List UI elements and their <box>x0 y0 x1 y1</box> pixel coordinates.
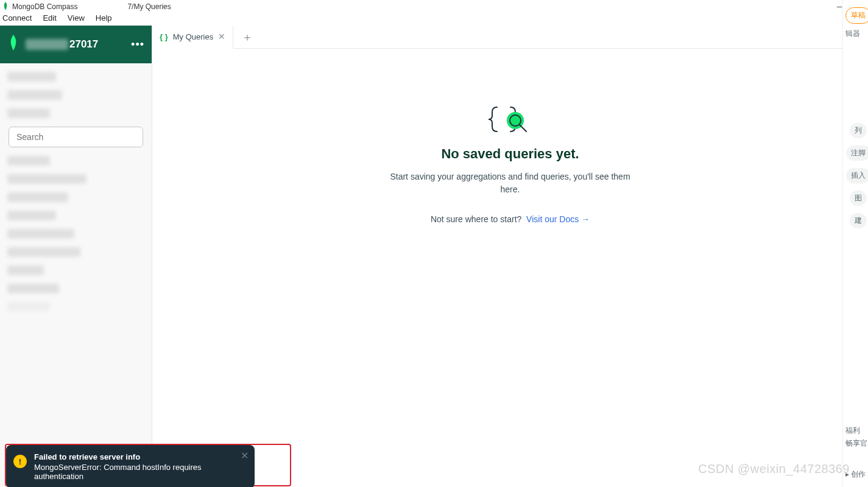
toast-title: Failed to retrieve server info <box>34 452 236 461</box>
main-area: { } My Queries ✕ ＋ No saved queries yet.… <box>152 26 868 487</box>
empty-hint: Not sure where to start? Visit our Docs … <box>431 214 590 224</box>
rs-pill[interactable]: 图 <box>850 191 867 206</box>
sidebar-item-blur <box>7 174 86 184</box>
sidebar-item-blur <box>7 192 68 202</box>
sidebar-item-blur <box>7 247 80 257</box>
connection-port: 27017 <box>69 38 98 51</box>
add-tab-button[interactable]: ＋ <box>233 30 261 44</box>
external-right-panel: 草稿 辑器 列 注脚 插入 图 建 福利 畅享官 ▸ 创作 <box>842 0 868 487</box>
sidebar-item-blur <box>7 229 74 239</box>
sidebar-item-blur <box>7 108 50 118</box>
menu-edit[interactable]: Edit <box>43 13 56 23</box>
sidebar-item-blur <box>7 72 56 82</box>
svg-line-2 <box>520 125 526 131</box>
menu-view[interactable]: View <box>68 13 85 23</box>
empty-state-icon <box>486 103 535 135</box>
tab-bar: { } My Queries ✕ ＋ <box>152 26 868 49</box>
rs-pill[interactable]: 建 <box>850 213 867 228</box>
mongodb-leaf-icon <box>2 2 9 12</box>
sidebar-item-blur <box>7 211 56 220</box>
draft-pill[interactable]: 草稿 <box>845 7 869 24</box>
rs-pill[interactable]: 插入 <box>846 168 869 183</box>
rs-pill[interactable]: 注脚 <box>846 145 869 161</box>
connection-header: 27017 ••• <box>0 26 152 63</box>
rs-pill[interactable]: 列 <box>850 123 867 138</box>
path-suffix: 7/My Queries <box>127 2 171 11</box>
connection-blur <box>81 3 124 10</box>
watermark: CSDN @weixin_44728369 <box>698 462 850 476</box>
sidebar-item-blur <box>7 156 50 166</box>
search-input[interactable] <box>9 127 143 147</box>
braces-icon: { } <box>160 32 168 41</box>
empty-title: No saved queries yet. <box>441 146 579 162</box>
tab-label: My Queries <box>173 32 213 41</box>
sidebar-item-blur <box>7 265 44 275</box>
connection-menu-icon[interactable]: ••• <box>131 38 144 51</box>
menu-connect[interactable]: Connect <box>2 13 32 23</box>
app-name: MongoDB Compass <box>12 2 77 11</box>
empty-state: No saved queries yet. Start saving your … <box>152 49 868 487</box>
sidebar-item-blur <box>7 284 59 293</box>
toast-highlight-border: ! Failed to retrieve server info MongoSe… <box>5 444 291 486</box>
error-toast: ! Failed to retrieve server info MongoSe… <box>6 445 255 487</box>
tab-close-icon[interactable]: ✕ <box>218 32 225 41</box>
sidebar: 27017 ••• <box>0 26 152 487</box>
rs-item: 畅享官 <box>843 437 868 450</box>
empty-description: Start saving your aggregations and find … <box>389 170 632 196</box>
mongodb-leaf-icon <box>7 35 19 55</box>
menu-help[interactable]: Help <box>96 13 112 23</box>
window-title-bar: MongoDB Compass 7/My Queries ─ ☐ <box>0 0 868 13</box>
tab-my-queries[interactable]: { } My Queries ✕ <box>152 26 233 49</box>
rs-item: 辑器 <box>843 27 868 40</box>
toast-close-icon[interactable]: ✕ <box>241 450 249 461</box>
toast-message: MongoServerError: Command hostInfo requi… <box>34 463 236 481</box>
connection-host: 27017 <box>26 38 125 51</box>
menu-bar: Connect Edit View Help <box>0 13 868 26</box>
rs-item: 福利 <box>843 424 868 437</box>
visit-docs-link[interactable]: Visit our Docs → <box>526 214 590 224</box>
warning-icon: ! <box>13 455 27 468</box>
sidebar-item-blur <box>7 90 62 100</box>
sidebar-item-blur <box>7 302 50 312</box>
